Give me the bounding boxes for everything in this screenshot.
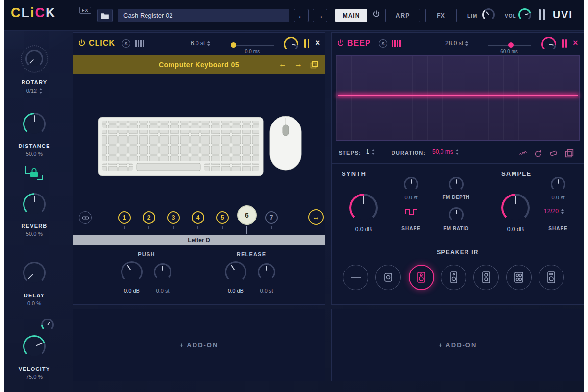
duration-stepper[interactable] <box>456 149 459 155</box>
speaker-ir-option-3-selected[interactable] <box>409 265 434 290</box>
beep-slider-handle[interactable] <box>508 42 514 48</box>
key-slot-3[interactable]: 3 <box>167 211 180 224</box>
push-pitch-knob[interactable] <box>154 263 172 281</box>
key-slot-7[interactable]: 7 <box>265 211 278 224</box>
key-slot-5[interactable]: 5 <box>216 211 229 224</box>
click-sample-banner: Computer Keyboard 05 ← → <box>73 55 325 74</box>
speaker-ir-option-7[interactable] <box>539 265 564 290</box>
duration-value[interactable]: 50,0 ms <box>432 148 453 155</box>
beep-pitch-value[interactable]: 28.0 st <box>445 40 463 47</box>
push-pitch-value: 0.0 st <box>152 288 173 294</box>
sample-position-value[interactable]: 12/20 <box>544 208 559 215</box>
click-addon-slot[interactable]: + ADD-ON <box>73 309 325 381</box>
sample-next-icon[interactable]: → <box>294 60 302 69</box>
sample-gain-knob[interactable] <box>501 194 530 222</box>
duration-control: 50,0 ms <box>432 148 459 155</box>
beep-power-icon[interactable] <box>337 39 344 47</box>
click-keyboard-mode-icon[interactable] <box>135 40 144 47</box>
sample-pitch-knob[interactable] <box>551 177 565 192</box>
push-label: PUSH <box>102 251 191 257</box>
beep-solo-badge[interactable]: S <box>379 39 387 48</box>
rotary-value: 0/12 <box>4 88 65 94</box>
rotary-stepper[interactable] <box>39 88 42 94</box>
push-gain-knob[interactable] <box>121 261 143 283</box>
tab-fx[interactable]: FX <box>425 9 457 22</box>
beep-time-slider[interactable] <box>488 41 531 49</box>
sample-browse-icon[interactable] <box>310 61 318 69</box>
tab-arp[interactable]: ARP <box>385 9 420 22</box>
speaker-ir-option-5[interactable] <box>473 265 499 290</box>
push-gain-value: 0.0 dB <box>118 288 146 294</box>
arp-power-icon[interactable] <box>372 10 380 18</box>
synth-pitch-knob[interactable] <box>404 177 418 192</box>
reverb-knob[interactable] <box>23 193 46 216</box>
click-pitch-value[interactable]: 6.0 st <box>191 40 205 47</box>
fm-ratio-knob[interactable] <box>449 207 464 222</box>
beep-keyboard-mode-icon[interactable] <box>392 40 401 47</box>
preset-next-button[interactable]: → <box>313 9 327 22</box>
release-gain-knob[interactable] <box>225 261 246 283</box>
synth-shape-wave-icon[interactable] <box>405 208 417 216</box>
sample-position-stepper[interactable] <box>561 209 564 214</box>
beep-level-knob[interactable] <box>541 37 556 51</box>
key-slot-4[interactable]: 4 <box>192 211 204 224</box>
double-arrow-icon: ↔ <box>312 213 320 221</box>
key-range-expand-button[interactable]: ↔ <box>308 209 324 225</box>
draw-tool-icon[interactable] <box>519 149 528 158</box>
key-slot-1[interactable]: 1 <box>118 211 131 224</box>
synth-gain-knob[interactable] <box>349 194 378 222</box>
click-close-icon[interactable]: × <box>315 38 320 47</box>
key-slot-6-selected[interactable]: 6 <box>237 205 257 225</box>
click-slider-handle[interactable] <box>231 42 236 48</box>
beep-panel-title: BEEP <box>347 39 371 48</box>
steps-stepper[interactable] <box>372 149 375 155</box>
release-label: RELEASE <box>207 251 295 257</box>
speaker-ir-bypass[interactable] <box>343 265 368 290</box>
steps-value[interactable]: 1 <box>366 148 369 155</box>
click-level-knob[interactable] <box>284 37 298 51</box>
beep-pause-icon[interactable] <box>562 39 567 48</box>
beep-addon-slot[interactable]: + ADD-ON <box>331 309 584 381</box>
bypass-pause-icon[interactable] <box>539 9 545 20</box>
click-solo-badge[interactable]: S <box>122 39 130 48</box>
speaker-ir-option-2[interactable] <box>375 265 401 290</box>
logo-letter: i <box>30 5 35 20</box>
fm-depth-knob[interactable] <box>449 177 464 192</box>
preset-prev-button[interactable]: ← <box>294 9 309 22</box>
tall-speaker-icon <box>447 271 460 284</box>
beep-close-icon[interactable]: × <box>573 38 578 47</box>
speaker-ir-option-6[interactable] <box>506 265 532 290</box>
keyboard-mouse-image <box>98 114 303 178</box>
click-sample-name[interactable]: Computer Keyboard 05 <box>73 55 325 74</box>
delay-knob[interactable] <box>23 262 46 284</box>
preset-browser-button[interactable] <box>97 9 113 22</box>
limiter-knob[interactable] <box>482 8 495 21</box>
click-pause-icon[interactable] <box>304 39 309 48</box>
synth-shape-label: SHAPE <box>396 226 426 231</box>
click-time-slider[interactable] <box>231 41 274 49</box>
beep-time-value: 60.0 ms <box>488 49 531 54</box>
key-slot-2[interactable]: 2 <box>143 211 155 224</box>
distance-knob[interactable] <box>23 113 46 135</box>
click-power-icon[interactable] <box>78 39 86 47</box>
speaker-ir-option-4[interactable] <box>441 265 466 290</box>
beep-pitch-stepper[interactable] <box>466 41 468 46</box>
tab-main[interactable]: MAIN <box>335 9 368 22</box>
dual-driver-speaker-icon <box>480 271 492 284</box>
fm-depth-label: FM DEPTH <box>437 195 476 200</box>
volume-knob[interactable] <box>518 8 531 21</box>
pattern-browse-icon[interactable] <box>565 149 574 158</box>
key-link-toggle[interactable] <box>79 211 92 224</box>
velocity-mod-knob[interactable] <box>41 318 54 331</box>
link-lock-icon[interactable] <box>24 165 45 184</box>
eraser-tool-icon[interactable] <box>549 149 558 158</box>
preset-name-field[interactable]: Cash Register 02 <box>118 9 289 22</box>
sample-prev-icon[interactable]: ← <box>279 60 287 69</box>
velocity-knob[interactable] <box>23 335 46 358</box>
plugin-window: CLiCK FX Cash Register 02 ← → MAIN ARP F… <box>4 0 584 392</box>
rotary-knob[interactable] <box>25 50 43 68</box>
loop-tool-icon[interactable] <box>534 149 542 158</box>
click-pitch-stepper[interactable] <box>207 41 210 46</box>
release-pitch-knob[interactable] <box>258 263 275 281</box>
beep-waveform-display[interactable] <box>336 55 580 141</box>
